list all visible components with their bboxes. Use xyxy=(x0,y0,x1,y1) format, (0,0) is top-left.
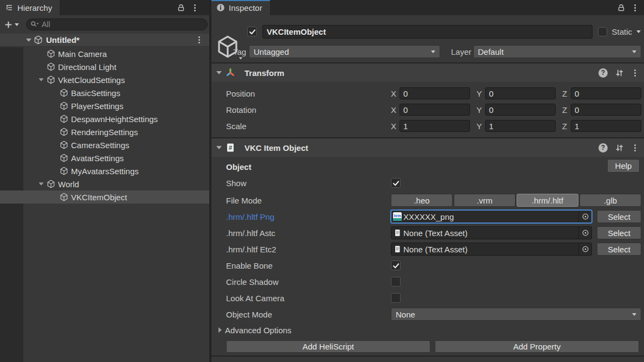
file-mode-glb-button[interactable]: .glb xyxy=(579,194,641,207)
static-checkbox[interactable] xyxy=(598,27,607,36)
file-mode-heo-button[interactable]: .heo xyxy=(391,194,453,207)
position-label: Position xyxy=(226,89,391,98)
object-mode-label: Object Mode xyxy=(226,310,391,319)
scene-kebab-icon[interactable] xyxy=(195,36,203,45)
foldout-closed-icon xyxy=(218,327,222,333)
static-label: Static xyxy=(611,27,632,36)
object-picker-icon[interactable] xyxy=(578,227,591,239)
tree-item-directional-light[interactable]: Directional Light xyxy=(0,60,209,73)
hrm-hltf-etc2-object-field[interactable]: None (Text Asset) xyxy=(391,243,592,256)
hierarchy-toolbar: All xyxy=(0,15,209,34)
help-button[interactable]: Help xyxy=(607,159,640,173)
tree-item-camerasettings[interactable]: CameraSettings xyxy=(0,138,209,151)
scale-x-field[interactable]: 1 xyxy=(400,120,470,132)
text-asset-icon xyxy=(393,245,402,253)
file-mode-vrm-button[interactable]: .vrm xyxy=(454,194,516,207)
hrm-hltf-etc2-label: .hrm/.hltf Etc2 xyxy=(226,245,391,254)
static-group: Static xyxy=(598,27,641,36)
tree-item-vketcloudsettings[interactable]: VketCloudSettings xyxy=(0,73,209,86)
tree-item-renderingsettings[interactable]: RenderingSettings xyxy=(0,125,209,138)
kebab-menu-icon[interactable] xyxy=(631,143,639,152)
rotation-z-field[interactable]: 0 xyxy=(571,104,641,116)
presets-icon[interactable] xyxy=(615,68,624,78)
scale-z-field[interactable]: 1 xyxy=(571,120,641,132)
transform-header-actions: ? xyxy=(598,68,639,78)
kebab-menu-icon[interactable] xyxy=(631,68,639,77)
hrm-hltf-astc-row: .hrm/.hltf Astc None (Text Asset) Select xyxy=(211,226,644,239)
tree-item-vkcitemobject[interactable]: VKCItemObject xyxy=(0,190,209,204)
tree-item-world[interactable]: World xyxy=(0,177,209,190)
vkc-item-object-header[interactable]: VKC Item Object ? xyxy=(211,138,644,157)
tree-item-avatarsettings[interactable]: AvatarSettings xyxy=(0,151,209,164)
scale-y-field[interactable]: 1 xyxy=(485,120,556,132)
gameobject-name-field[interactable]: VKCItemObject xyxy=(262,25,593,39)
hrm-hltf-etc2-row: .hrm/.hltf Etc2 None (Text Asset) Select xyxy=(211,243,644,256)
position-y-field[interactable]: 0 xyxy=(485,87,556,99)
tab-hierarchy[interactable]: Hierarchy xyxy=(0,0,60,15)
search-placeholder: All xyxy=(42,20,50,29)
enable-bone-checkbox[interactable] xyxy=(391,261,401,270)
scene-row[interactable]: Untitled* xyxy=(0,34,209,47)
text-asset-icon xyxy=(393,228,402,237)
circle-shadow-checkbox[interactable] xyxy=(391,277,401,287)
tree-item-myavatarssettings[interactable]: MyAvatarsSettings xyxy=(0,164,209,177)
kebab-menu-icon[interactable] xyxy=(631,3,639,12)
advanced-options-row[interactable]: Advanced Options xyxy=(211,324,644,336)
show-checkbox[interactable] xyxy=(391,178,401,188)
gameobject-cube-icon xyxy=(60,101,68,110)
lock-icon[interactable] xyxy=(177,3,185,12)
tree-item-despawnheightsettings[interactable]: DespawnHeightSettings xyxy=(0,112,209,125)
tree-item-playersettings[interactable]: PlayerSettings xyxy=(0,99,209,112)
static-dropdown-icon[interactable] xyxy=(636,30,641,33)
foldout-open-icon[interactable] xyxy=(39,182,44,185)
scale-row: Scale X 1 Y 1 Z 1 xyxy=(211,119,644,132)
foldout-open-icon[interactable] xyxy=(216,146,222,149)
gameobject-cube-icon xyxy=(47,49,55,58)
add-heliscript-button[interactable]: Add HeliScript xyxy=(226,340,430,353)
kebab-menu-icon[interactable] xyxy=(191,3,198,12)
position-z-field[interactable]: 0 xyxy=(571,87,641,99)
help-icon[interactable]: ? xyxy=(598,68,608,78)
check-icon xyxy=(248,28,256,36)
select-png-button[interactable]: Select xyxy=(597,210,641,223)
hierarchy-tab-actions xyxy=(177,0,209,15)
active-checkbox[interactable] xyxy=(247,27,257,36)
transform-icon xyxy=(226,68,235,78)
position-x-field[interactable]: 0 xyxy=(400,87,470,99)
foldout-open-icon[interactable] xyxy=(26,39,31,42)
look-at-camera-checkbox[interactable] xyxy=(391,293,401,303)
transform-header[interactable]: Transform ? xyxy=(211,63,644,82)
tag-label: Tag xyxy=(233,47,248,56)
hrm-hltf-astc-object-field[interactable]: None (Text Asset) xyxy=(391,226,592,239)
chevron-down-icon xyxy=(431,50,435,53)
object-picker-icon[interactable] xyxy=(578,243,591,255)
tree-item-main-camera[interactable]: Main Camera xyxy=(0,47,209,60)
object-section-row: Object Help xyxy=(211,160,644,173)
hrm-file-icon: hrm xyxy=(393,212,402,221)
help-icon[interactable]: ? xyxy=(598,143,608,153)
rotation-y-field[interactable]: 0 xyxy=(485,104,556,116)
foldout-open-icon[interactable] xyxy=(216,71,222,74)
layer-dropdown[interactable]: Default xyxy=(473,45,641,58)
section-divider xyxy=(211,355,644,357)
object-mode-dropdown[interactable]: None xyxy=(391,308,641,321)
select-etc2-button[interactable]: Select xyxy=(597,243,641,256)
rotation-x-field[interactable]: 0 xyxy=(400,104,470,116)
info-icon xyxy=(216,3,225,12)
tag-dropdown[interactable]: Untagged xyxy=(249,45,440,58)
hrm-hltf-png-object-field[interactable]: hrm XXXXXX_png xyxy=(391,210,592,223)
file-mode-segmented-buttons: .heo .vrm .hrm/.hltf .glb xyxy=(391,194,641,207)
tree-item-basicsettings[interactable]: BasicSettings xyxy=(0,86,209,99)
tab-inspector[interactable]: Inspector xyxy=(211,0,270,15)
rotation-label: Rotation xyxy=(226,105,391,115)
add-object-button[interactable] xyxy=(4,20,19,29)
add-property-button[interactable]: Add Property xyxy=(435,340,639,353)
tag-layer-row: Tag Untagged Layer Default xyxy=(233,45,641,58)
presets-icon[interactable] xyxy=(615,143,624,153)
file-mode-hrm-hltf-button[interactable]: .hrm/.hltf xyxy=(517,194,578,207)
hierarchy-search-input[interactable]: All xyxy=(26,18,208,30)
select-astc-button[interactable]: Select xyxy=(597,226,641,239)
foldout-open-icon[interactable] xyxy=(39,78,44,81)
lock-icon[interactable] xyxy=(617,3,626,12)
object-picker-icon[interactable] xyxy=(578,211,591,223)
